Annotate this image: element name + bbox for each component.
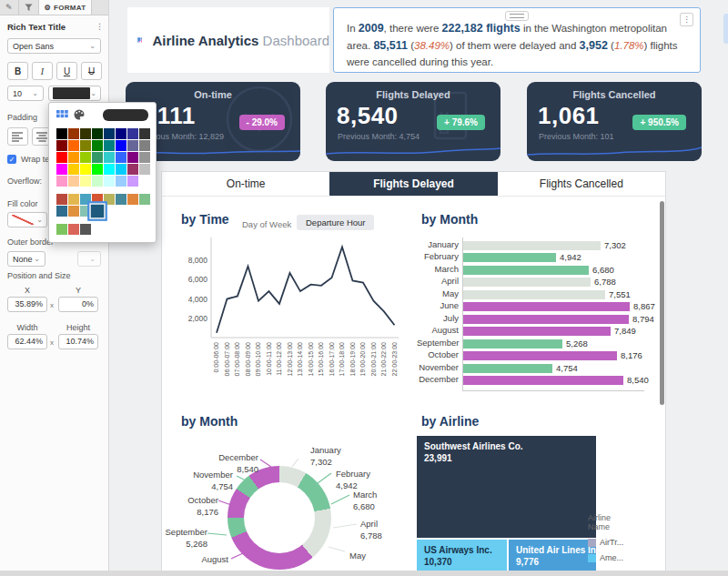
palette-swatch[interactable]: [104, 140, 115, 151]
outer-border-select[interactable]: None ⌄: [7, 251, 46, 267]
palette-swatch[interactable]: [68, 128, 79, 139]
palette-swatch[interactable]: [68, 140, 79, 151]
palette-swatch[interactable]: [68, 152, 79, 163]
widget-menu-button[interactable]: ⋮: [680, 13, 693, 26]
palette-swatch[interactable]: [56, 128, 67, 139]
palette-swatch[interactable]: [56, 152, 67, 163]
strikethrough-button[interactable]: U: [81, 62, 102, 80]
palette-swatch[interactable]: [139, 194, 150, 205]
palette-swatch[interactable]: [56, 176, 67, 187]
tab-filter[interactable]: [19, 0, 39, 15]
palette-swatch[interactable]: [116, 176, 126, 187]
palette-swatch[interactable]: [80, 224, 91, 235]
palette-grid-icon[interactable]: [56, 110, 68, 119]
palette-swatch[interactable]: [68, 194, 79, 205]
palette-swatch[interactable]: [139, 140, 150, 151]
bar[interactable]: [463, 315, 629, 324]
tab-edit[interactable]: ✎: [0, 0, 19, 15]
palette-swatch[interactable]: [127, 152, 138, 163]
drag-handle[interactable]: [505, 11, 529, 21]
bar[interactable]: [463, 290, 605, 299]
bar[interactable]: [463, 351, 617, 360]
palette-swatch[interactable]: [104, 194, 115, 205]
palette-swatch[interactable]: [116, 152, 126, 163]
palette-swatch[interactable]: [80, 164, 91, 175]
palette-swatch[interactable]: [68, 176, 79, 187]
palette-swatch[interactable]: [116, 140, 126, 151]
palette-swatch[interactable]: [92, 140, 103, 151]
tab-format[interactable]: ⚙ FORMAT: [39, 0, 93, 15]
palette-swatch[interactable]: [92, 176, 103, 187]
palette-swatch[interactable]: [104, 164, 115, 175]
palette-swatch[interactable]: [139, 152, 150, 163]
bar[interactable]: [463, 241, 601, 250]
panel-scrollbar-thumb[interactable]: [660, 201, 664, 405]
palette-swatch[interactable]: [80, 176, 91, 187]
palette-swatch[interactable]: [56, 140, 67, 151]
palette-swatch[interactable]: [56, 194, 67, 205]
x-input[interactable]: 35.89%: [7, 297, 47, 312]
palette-swatch[interactable]: [68, 224, 79, 235]
legend-item[interactable]: Ame...: [588, 553, 623, 562]
day-of-week-toggle[interactable]: Day of Week: [242, 219, 291, 229]
palette-swatch[interactable]: [127, 164, 138, 175]
font-color-select[interactable]: ⌄: [48, 86, 101, 101]
tab-flights-delayed[interactable]: Flights Delayed: [329, 172, 497, 196]
palette-swatch[interactable]: [116, 128, 126, 139]
bar[interactable]: [463, 302, 630, 311]
palette-swatch[interactable]: [68, 206, 79, 217]
by-month-bar-chart[interactable]: January7,302February4,942March6,680April…: [417, 230, 667, 398]
palette-swatch[interactable]: [80, 152, 91, 163]
widget-menu-icon[interactable]: ⋮: [96, 22, 104, 31]
legend-item[interactable]: AirTr...: [588, 538, 623, 547]
bar[interactable]: [463, 376, 623, 385]
palette-swatch[interactable]: [139, 164, 150, 175]
departure-hour-toggle[interactable]: Departure Hour: [297, 215, 374, 230]
palette-swatch[interactable]: [104, 176, 115, 187]
palette-swatch[interactable]: [56, 206, 67, 217]
width-input[interactable]: 62.44%: [7, 334, 47, 349]
palette-swatch[interactable]: [127, 128, 138, 139]
bar[interactable]: [463, 364, 552, 373]
scroll-indicator[interactable]: [723, 14, 728, 44]
border-color-select[interactable]: ⌄: [77, 251, 101, 267]
italic-button[interactable]: I: [32, 62, 53, 80]
wrap-text-checkbox[interactable]: ✓: [7, 155, 16, 164]
y-input[interactable]: 0%: [58, 297, 98, 312]
by-time-line-chart[interactable]: 2,0004,0006,0008,0000:00-06:0006:00-07:0…: [175, 230, 404, 401]
bar[interactable]: [463, 327, 611, 336]
palette-swatch[interactable]: [80, 140, 91, 151]
palette-swatch[interactable]: [92, 152, 103, 163]
palette-swatch[interactable]: [104, 128, 115, 139]
bar[interactable]: [463, 278, 591, 287]
palette-swatch[interactable]: [127, 140, 138, 151]
custom-color-palette-icon[interactable]: [74, 109, 85, 120]
by-airline-treemap[interactable]: Southwest Airlines Co. 23,991 US Airways…: [417, 436, 596, 576]
tab-on-time[interactable]: On-time: [162, 172, 329, 196]
palette-swatch[interactable]: [92, 164, 103, 175]
current-color-button[interactable]: [103, 109, 148, 121]
underline-button[interactable]: U: [56, 62, 77, 80]
fill-color-select[interactable]: ⌄: [7, 212, 47, 227]
palette-swatch[interactable]: [127, 194, 138, 205]
palette-swatch[interactable]: [92, 128, 103, 139]
tab-flights-cancelled[interactable]: Flights Cancelled: [498, 172, 665, 196]
palette-swatch[interactable]: [80, 128, 91, 139]
bar[interactable]: [463, 339, 562, 349]
font-family-select[interactable]: Open Sans ⌄: [7, 38, 101, 54]
palette-swatch[interactable]: [139, 176, 150, 187]
align-left-button[interactable]: [7, 127, 28, 146]
bold-button[interactable]: B: [7, 62, 28, 80]
palette-swatch[interactable]: [116, 164, 126, 175]
palette-swatch[interactable]: [127, 176, 138, 187]
rich-text-widget[interactable]: ⋮ In 2009, there were 222,182 flights in…: [333, 7, 701, 73]
height-input[interactable]: 10.74%: [58, 334, 98, 349]
font-size-select[interactable]: 10 ⌄: [7, 86, 44, 101]
palette-swatch[interactable]: [56, 164, 67, 175]
palette-swatch[interactable]: [116, 194, 126, 205]
palette-swatch[interactable]: [104, 152, 115, 163]
palette-swatch[interactable]: [56, 224, 67, 235]
palette-swatch[interactable]: [89, 203, 105, 218]
bar[interactable]: [463, 253, 556, 262]
bar[interactable]: [463, 266, 589, 275]
